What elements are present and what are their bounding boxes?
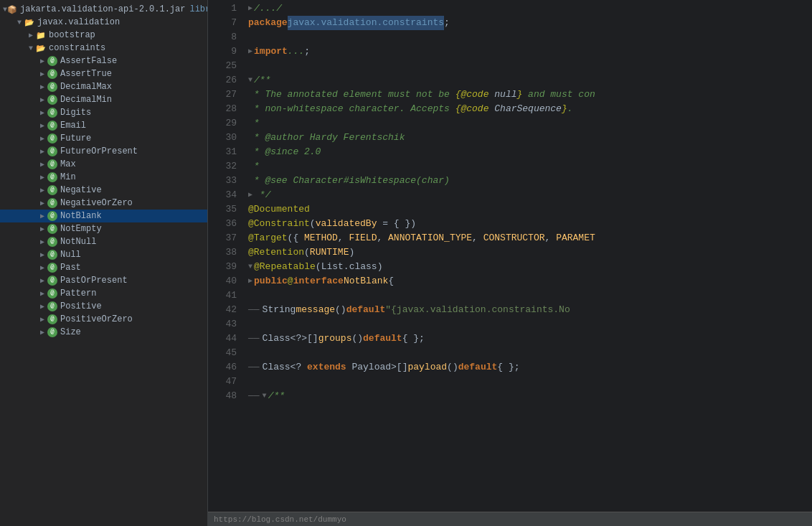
code-line-47 xyxy=(248,375,812,389)
annotation-icon-notnull: @ xyxy=(47,237,57,247)
code-line-40: ▶public @interface NotBlank { xyxy=(248,274,812,288)
chevron-negative xyxy=(37,186,47,194)
annotation-icon-notblank: @ xyxy=(47,211,57,221)
line-num-45: 45 xyxy=(208,346,237,360)
code-line-36: @Constraint(validatedBy = { }) xyxy=(248,217,812,231)
fold-icon-javadoc-end[interactable]: ▶ xyxy=(248,188,252,202)
chevron-min xyxy=(37,173,47,182)
chevron-pastorpresent xyxy=(37,276,47,285)
line-num-46: 46 xyxy=(208,360,237,375)
code-line-8 xyxy=(248,30,812,44)
tree-class-max[interactable]: @Max xyxy=(0,158,207,171)
tree-root-jar[interactable]: 📦 jakarta.validation-api-2.0.1.jar libra… xyxy=(0,3,207,16)
tree-class-positive[interactable]: @Positive xyxy=(0,300,207,313)
chevron-size xyxy=(37,328,47,337)
fold-comment-text: /.../ xyxy=(254,1,288,16)
javadoc-line: * non-whitespace character. Accepts {@co… xyxy=(248,102,573,116)
chevron-digits xyxy=(37,108,47,117)
chevron-notblank xyxy=(37,212,47,220)
tree-class-decimalmax[interactable]: @DecimalMax xyxy=(0,80,207,93)
annotation-icon-future: @ xyxy=(47,133,57,144)
annotation-icon-decimalmax: @ xyxy=(47,82,57,92)
tree-class-decimalmin[interactable]: @DecimalMin xyxy=(0,93,207,106)
fold-icon-javadoc[interactable]: ▼ xyxy=(248,73,252,88)
tree-class-size[interactable]: @Size xyxy=(0,326,207,339)
bootstrap-label: bootstrap xyxy=(49,30,95,40)
line-num-1: 1 xyxy=(208,1,237,16)
code-line-38: @Retention(RUNTIME) xyxy=(248,245,812,260)
tree-class-pastorpresent[interactable]: @PastOrPresent xyxy=(0,274,207,287)
line-num-30: 30 xyxy=(208,131,237,145)
tree-class-assertfalse[interactable]: @AssertFalse xyxy=(0,55,207,67)
tree-class-digits[interactable]: @Digits xyxy=(0,106,207,119)
tree-class-negative[interactable]: @Negative xyxy=(0,184,207,197)
fold-icon-repeatable[interactable]: ▼ xyxy=(248,260,252,274)
tree-bootstrap[interactable]: 📁 bootstrap xyxy=(0,29,207,42)
class-label-asserttrue: AssertTrue xyxy=(60,69,112,79)
chevron-max xyxy=(37,160,47,169)
javadoc-line: * The annotated element must not be {@co… xyxy=(248,88,595,102)
annotation-icon-positiveorzero: @ xyxy=(47,314,57,324)
annotation-icon-positive: @ xyxy=(47,301,57,311)
fold-icon-class[interactable]: ▶ xyxy=(248,274,252,288)
tree-class-pattern[interactable]: @Pattern xyxy=(0,287,207,300)
tree-class-negativeorzero[interactable]: @NegativeOrZero xyxy=(0,197,207,210)
annotation-line: @Constraint(validatedBy = { }) xyxy=(248,217,416,231)
class-label-email: Email xyxy=(60,121,86,131)
line-num-34: 34 xyxy=(208,188,237,202)
fold-icon-import[interactable]: ▶ xyxy=(248,44,252,59)
annotation-icon-email: @ xyxy=(47,121,57,131)
tree-class-future[interactable]: @Future xyxy=(0,132,207,145)
line-num-36: 36 xyxy=(208,217,237,231)
class-name: NotBlank xyxy=(344,274,388,288)
tree-class-asserttrue[interactable]: @AssertTrue xyxy=(0,67,207,80)
code-line-1: ▶/.../ xyxy=(248,1,812,16)
code-line-29: * xyxy=(248,116,812,131)
annotation-icon-size: @ xyxy=(47,327,57,337)
fold-icon[interactable]: ▶ xyxy=(248,1,252,16)
tree-class-email[interactable]: @Email xyxy=(0,119,207,132)
class-label-pattern: Pattern xyxy=(60,288,96,299)
tree-class-null[interactable]: @Null xyxy=(0,248,207,261)
tree-class-notblank[interactable]: @NotBlank xyxy=(0,210,207,222)
tree-class-positiveorzero[interactable]: @PositiveOrZero xyxy=(0,313,207,326)
code-line-45 xyxy=(248,346,812,360)
annotation-icon-negative: @ xyxy=(47,185,57,195)
class-label-past: Past xyxy=(60,263,81,273)
kw-default3: default xyxy=(458,360,498,375)
inner-fold-dash: —— xyxy=(248,389,260,403)
class-label-positive: Positive xyxy=(60,301,102,311)
pkg-name: javax.validation.constraints xyxy=(288,16,444,30)
line-num-39: 39 xyxy=(208,260,237,274)
tree-javax-validation[interactable]: 📂 javax.validation xyxy=(0,16,207,29)
folder-closed-icon: 📁 xyxy=(36,31,46,40)
tree-constraints[interactable]: 📂 constraints xyxy=(0,42,207,55)
code-line-43 xyxy=(248,317,812,332)
line-num-40: 40 xyxy=(208,274,237,288)
annotation-icon-negativeorzero: @ xyxy=(47,198,57,208)
code-line-46: ——Class<? extends Payload>[] payload() d… xyxy=(248,360,812,375)
fold-icon-inner[interactable]: ▼ xyxy=(263,389,267,403)
tree-class-futureorpresent[interactable]: @FutureOrPresent xyxy=(0,145,207,158)
method-message: message xyxy=(296,303,335,317)
tree-class-min[interactable]: @Min xyxy=(0,171,207,184)
code-line-9: ▶import ...; xyxy=(248,44,812,59)
chevron-negativeorzero xyxy=(37,199,47,207)
line-num-26: 26 xyxy=(208,73,237,88)
class-label-future: Future xyxy=(60,133,91,144)
tree-class-notnull[interactable]: @NotNull xyxy=(0,235,207,248)
line-num-43: 43 xyxy=(208,317,237,332)
code-line-30: * @author Hardy Ferentschik xyxy=(248,131,812,145)
tree-class-notempty[interactable]: @NotEmpty xyxy=(0,222,207,235)
code-area[interactable]: 1789252627282930313233343536373839404142… xyxy=(208,0,812,512)
code-line-31: * @since 2.0 xyxy=(248,145,812,159)
class-label-decimalmin: DecimalMin xyxy=(60,95,112,105)
kw-default2: default xyxy=(363,332,402,346)
annotation-fold-line: @Repeatable(List.class) xyxy=(254,260,382,274)
line-num-7: 7 xyxy=(208,16,237,30)
chevron-assertfalse xyxy=(37,57,47,65)
tree-class-past[interactable]: @Past xyxy=(0,261,207,274)
type-payload: Payload>[] xyxy=(346,360,408,375)
class-label-decimalmax: DecimalMax xyxy=(60,82,112,92)
javadoc-line: * xyxy=(248,159,260,174)
